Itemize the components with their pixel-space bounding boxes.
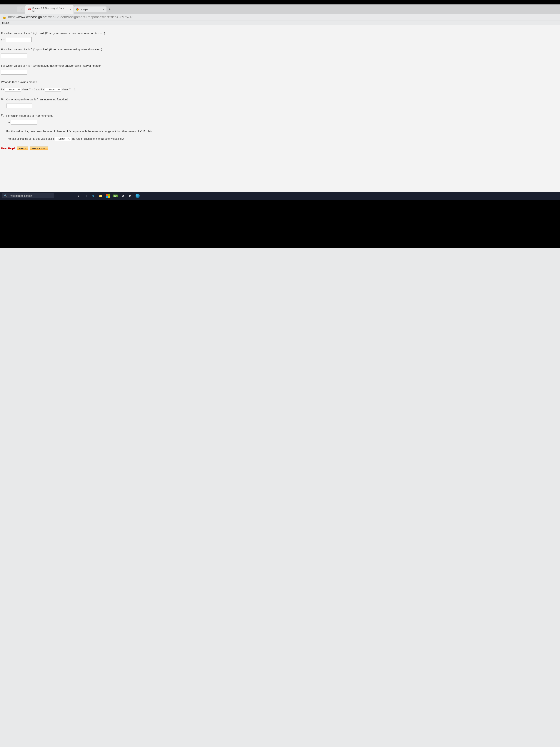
page-content: For which values of x is f ''(x) zero? (…	[0, 25, 560, 192]
talk-to-tutor-button[interactable]: Talk to a Tutor	[30, 147, 48, 150]
tab-webassign[interactable]: WA Section 3.6 Summary of Curve Sl ×	[25, 5, 74, 14]
close-icon[interactable]: ×	[70, 8, 71, 11]
x-equals-label: x =	[1, 38, 5, 41]
google-favicon-icon	[76, 8, 79, 11]
mail-badge[interactable]: 99+	[113, 194, 118, 198]
tab-label: Google	[80, 8, 87, 11]
read-it-button[interactable]: Read It	[17, 147, 28, 150]
tab-label: Section 3.6 Summary of Curve Sl	[32, 7, 68, 12]
question-meaning: What do these values mean? f is ---Selec…	[1, 80, 556, 92]
tab-google[interactable]: Google ×	[74, 6, 106, 12]
address-bar[interactable]: 🔒 https://www.webassign.net/web/Student/…	[0, 14, 560, 21]
windows-taskbar: 🔍 Type here to search ○ ⊞ e 📁 99+ ⚙ 🖥	[0, 192, 560, 200]
part-letter: (d)	[1, 113, 6, 141]
new-tab-button[interactable]: +	[107, 6, 113, 12]
microsoft-store-icon[interactable]	[106, 194, 110, 198]
question-zero: For which values of x is f ''(x) zero? (…	[1, 31, 556, 42]
part-c: (c) On what open interval is f ' an incr…	[1, 97, 556, 108]
internet-explorer-icon[interactable]: e	[91, 194, 96, 198]
x-equals-label: x =	[6, 121, 10, 124]
url-text: https://www.webassign.net/web/Student/As…	[8, 15, 133, 19]
search-placeholder: Type here to search	[9, 194, 32, 197]
question-negative: For which values of x is f ''(x) negativ…	[1, 63, 556, 75]
tab-prev[interactable]: ×	[17, 6, 25, 12]
task-view-icon[interactable]: ⊞	[83, 194, 88, 198]
part-c-input[interactable]	[6, 104, 32, 108]
select-rate-compare[interactable]: ---Select---	[55, 137, 71, 141]
cortana-icon[interactable]: ○	[76, 194, 81, 198]
zero-input[interactable]	[6, 37, 32, 42]
search-icon: 🔍	[4, 194, 7, 197]
meaning-heading: What do these values mean?	[1, 80, 556, 84]
tab-bar: × WA Section 3.6 Summary of Curve Sl × G…	[0, 4, 560, 14]
need-help-label: Need Help?	[1, 147, 16, 150]
taskbar-search[interactable]: 🔍 Type here to search	[2, 193, 54, 199]
browser-chrome: × WA Section 3.6 Summary of Curve Sl × G…	[0, 4, 560, 25]
settings-icon[interactable]: ⚙	[121, 194, 125, 198]
close-icon[interactable]: ×	[102, 8, 104, 11]
need-help: Need Help? Read It Talk to a Tutor	[1, 147, 556, 150]
close-icon[interactable]: ×	[21, 8, 23, 11]
question-positive: For which values of x is f ''(x) positiv…	[1, 47, 556, 58]
webassign-favicon-icon: WA	[28, 8, 31, 11]
lock-icon: 🔒	[3, 16, 6, 19]
negative-input[interactable]	[1, 70, 27, 75]
part-d: (d) For which value of x is f '(x) minim…	[1, 113, 556, 141]
part-d-input[interactable]	[11, 120, 37, 125]
select-concavity-1[interactable]: ---Select---	[5, 87, 21, 92]
app-icon[interactable]: 🖥	[128, 194, 133, 198]
positive-input[interactable]	[1, 54, 27, 58]
file-explorer-icon[interactable]: 📁	[98, 194, 103, 198]
bookmark-bar: uTube	[0, 21, 560, 25]
select-concavity-2[interactable]: ---Select---	[45, 87, 61, 92]
bookmark-youtube[interactable]: uTube	[2, 22, 9, 24]
part-letter: (c)	[1, 97, 6, 108]
edge-icon[interactable]	[135, 194, 140, 198]
